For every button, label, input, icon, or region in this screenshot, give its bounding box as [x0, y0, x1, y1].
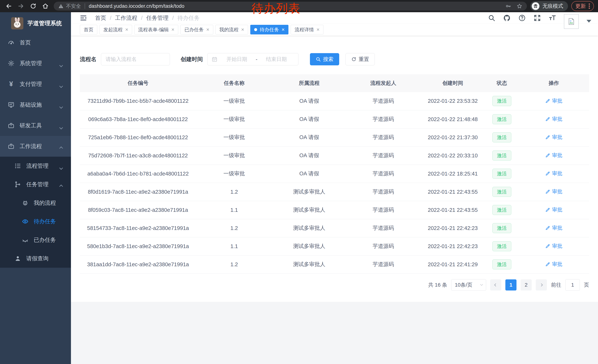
browser-update-button[interactable]: 更新 [571, 1, 594, 11]
next-page-button[interactable] [536, 279, 547, 291]
sidebar-item-todo-tasks[interactable]: 待办任务 [0, 212, 71, 231]
sidebar-item-payment[interactable]: ¥ 支付管理 [0, 74, 71, 94]
status-badge: 激活 [492, 223, 511, 233]
chevron-down-icon [480, 283, 483, 286]
column-header: 所属流程 [272, 74, 346, 92]
cell-task-id: 75d72608-7b7f-11ec-a3c8-acde48001122 [80, 146, 196, 165]
reset-button[interactable]: 重置 [346, 53, 375, 65]
cell-starter: 芋道源码 [346, 146, 420, 165]
app-header: 首页 / 工作流程 / 任务管理 / 待办任务 [71, 12, 598, 24]
edit-pencil-icon [545, 207, 550, 212]
browser-menu-dots-icon[interactable] [589, 4, 590, 9]
chevron-down-icon [60, 124, 62, 130]
process-name-input[interactable] [101, 53, 170, 65]
tab[interactable]: 流程表单-编辑 × [134, 25, 178, 34]
prev-page-button[interactable] [490, 279, 501, 291]
tab[interactable]: 流程详情 × [291, 25, 323, 34]
url-text[interactable]: dashboard.yudao.iocoder.cn/bpm/task/todo [89, 3, 184, 9]
collapse-sidebar-icon[interactable] [79, 14, 87, 22]
logo-image [11, 17, 23, 29]
sidebar-menu: 首页 系统管理 ¥ 支付管理 基础设施 研发工具 [0, 32, 71, 268]
tab-close-icon[interactable]: × [241, 27, 244, 32]
chevron-up-icon [60, 183, 62, 189]
browser-back-icon[interactable] [4, 1, 14, 11]
github-icon[interactable] [503, 14, 511, 22]
browser-home-icon[interactable] [40, 1, 50, 11]
tab[interactable]: 待办任务 × [250, 25, 288, 34]
fullscreen-icon[interactable] [533, 14, 541, 22]
font-size-icon[interactable] [549, 14, 556, 22]
page-size-select[interactable]: 10条/页 [451, 279, 486, 291]
tab[interactable]: 首页 [80, 25, 97, 34]
start-date-placeholder[interactable]: 开始日期 [219, 56, 255, 63]
url-bar[interactable]: 不安全 dashboard.yudao.iocoder.cn/bpm/task/… [54, 2, 527, 11]
tab[interactable]: 我的流程 × [216, 25, 248, 34]
cell-task-name: 一级审批 [196, 92, 272, 110]
sidebar-item-devtools[interactable]: 研发工具 [0, 115, 71, 136]
cell-created-time: 2022-01-21 22:43:55 [420, 183, 485, 201]
approve-link[interactable]: 审批 [545, 134, 562, 141]
column-header: 任务名称 [196, 74, 272, 92]
date-range-picker[interactable]: 开始日期 - 结束日期 [207, 53, 299, 65]
approve-link[interactable]: 审批 [545, 261, 562, 268]
tab-close-icon[interactable]: × [206, 27, 209, 32]
process-name-label: 流程名 [80, 56, 97, 63]
tab[interactable]: 发起流程 × [100, 25, 132, 34]
sidebar-item-task-management[interactable]: 任务管理 [0, 175, 71, 194]
sidebar-item-infrastructure[interactable]: 基础设施 [0, 94, 71, 115]
sidebar-item-home[interactable]: 首页 [0, 32, 71, 53]
approve-link[interactable]: 审批 [545, 188, 562, 195]
approve-link[interactable]: 审批 [545, 206, 562, 213]
cell-task-name: 一级审批 [196, 110, 272, 128]
search-button[interactable]: 搜索 [310, 53, 339, 65]
cell-starter: 芋道源码 [346, 201, 420, 219]
app-logo[interactable]: 芋道管理系统 [0, 12, 71, 32]
browser-reload-icon[interactable] [28, 1, 38, 11]
tab-close-icon[interactable]: × [282, 27, 284, 32]
tab-close-icon[interactable]: × [171, 27, 174, 32]
approve-link-label: 审批 [552, 224, 562, 231]
avatar-caret-icon[interactable] [587, 20, 591, 23]
bookmark-star-icon[interactable] [516, 3, 523, 9]
approve-link[interactable]: 审批 [545, 115, 562, 122]
password-key-icon[interactable] [505, 3, 511, 9]
breadcrumb-item[interactable]: 任务管理 [146, 14, 169, 22]
page-button[interactable]: 1 [505, 279, 516, 291]
sidebar-item-my-process[interactable]: 我的流程 [0, 194, 71, 212]
breadcrumb-item[interactable]: 首页 [95, 14, 106, 22]
tab[interactable]: 已办任务 × [180, 25, 213, 34]
goto-page-input[interactable] [565, 279, 580, 291]
approve-link[interactable]: 审批 [545, 97, 562, 105]
date-range-separator: - [255, 56, 258, 62]
approve-link[interactable]: 审批 [545, 152, 562, 159]
chevron-left-icon [494, 283, 498, 286]
avatar[interactable] [564, 14, 579, 29]
cell-task-id: 58154733-7ac8-11ec-a9e2-a2380e71991a [80, 219, 196, 237]
sidebar-item-done-tasks[interactable]: 已办任务 [0, 231, 71, 249]
cell-starter: 芋道源码 [346, 110, 420, 128]
column-header: 流程发起人 [346, 74, 420, 92]
end-date-placeholder[interactable]: 结束日期 [259, 56, 294, 63]
sidebar-item-workflow[interactable]: 工作流程 [0, 136, 71, 157]
table-row: 8f0d1619-7ac8-11ec-a9e2-a2380e71991a 1.2… [80, 183, 589, 201]
cell-process: OA 请假 [272, 128, 346, 146]
page-button[interactable]: 2 [521, 279, 532, 291]
breadcrumb-item[interactable]: 工作流程 [115, 14, 137, 22]
help-icon[interactable] [518, 14, 526, 22]
search-icon[interactable] [488, 14, 495, 22]
breadcrumb-separator: / [110, 15, 111, 21]
approve-link-label: 审批 [552, 115, 562, 122]
approve-link[interactable]: 审批 [545, 243, 562, 250]
cell-process: OA 请假 [272, 110, 346, 128]
tab-close-icon[interactable]: × [316, 27, 319, 32]
edit-pencil-icon [545, 117, 550, 122]
browser-forward-icon[interactable] [16, 1, 26, 11]
tab-close-icon[interactable]: × [125, 27, 128, 32]
approve-link[interactable]: 审批 [545, 224, 562, 231]
approve-link[interactable]: 审批 [545, 170, 562, 177]
sidebar-item-label: 支付管理 [20, 80, 42, 88]
sidebar-item-system[interactable]: 系统管理 [0, 53, 71, 74]
sidebar-item-leave-query[interactable]: 请假查询 [0, 249, 71, 268]
cell-created-time: 2022-01-22 21:37:30 [420, 128, 485, 146]
sidebar-item-process-management[interactable]: 流程管理 [0, 157, 71, 175]
